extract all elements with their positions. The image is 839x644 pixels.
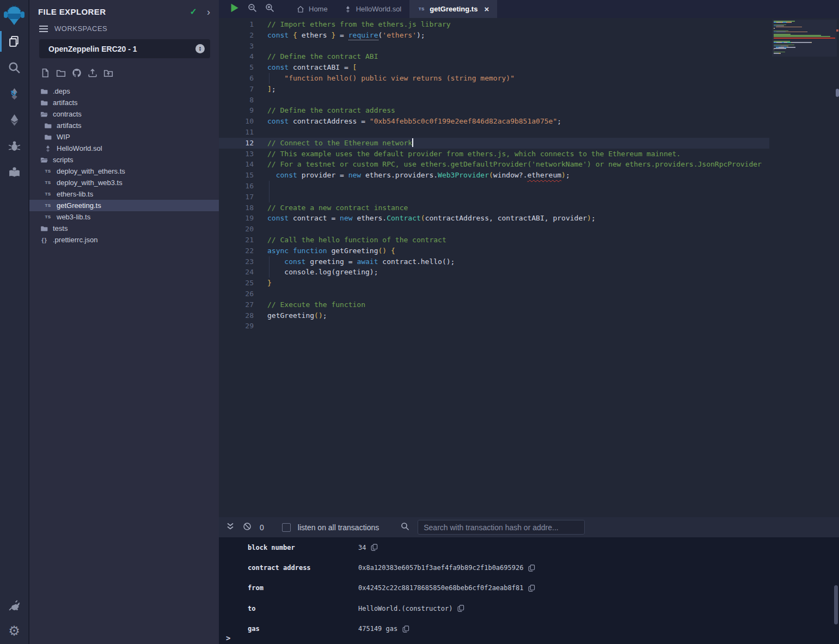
code-line[interactable]: 25} [219, 278, 769, 289]
code-line[interactable]: 1// Import ethers from the ethers.js lib… [219, 19, 769, 30]
copy-icon[interactable] [371, 544, 378, 551]
file-row[interactable]: HelloWorld.sol [29, 143, 219, 154]
run-script-button[interactable] [229, 3, 240, 15]
code-line[interactable]: 13// This example uses the default provi… [219, 149, 769, 160]
file-row[interactable]: .deps [29, 85, 219, 97]
code-line[interactable]: 7]; [219, 84, 769, 95]
workspace-stepper-icon[interactable]: ▲▼ [195, 44, 205, 53]
solidity-compiler-icon[interactable]: ↻ [0, 81, 29, 107]
folder-icon [40, 88, 48, 95]
file-name: tests [53, 224, 68, 232]
terminal-prompt[interactable]: > [226, 634, 230, 642]
file-row[interactable]: TSdeploy_with_web3.ts [29, 177, 219, 188]
new-file-icon[interactable] [40, 68, 50, 80]
code-line[interactable]: 20 [219, 224, 769, 235]
file-row[interactable]: scripts [29, 154, 219, 165]
code-line[interactable]: 11 [219, 127, 769, 138]
line-number: 11 [219, 127, 254, 138]
tab-helloworld-sol[interactable]: HelloWorld.sol [336, 0, 410, 18]
tab-home[interactable]: Home [289, 0, 336, 18]
file-row[interactable]: TSdeploy_with_ethers.ts [29, 165, 219, 177]
workspaces-menu-icon[interactable] [39, 26, 48, 32]
close-tab-icon[interactable]: × [484, 4, 489, 14]
copy-icon[interactable] [402, 625, 409, 633]
code-line[interactable]: 10const contractAddress = "0xb54febb5c0c… [219, 116, 769, 127]
code-line[interactable]: 14// For a testnet or custom RPC, use et… [219, 159, 769, 170]
code-line[interactable]: 19const contract = new ethers.Contract(c… [219, 213, 769, 224]
plug-icon[interactable] [0, 592, 29, 618]
file-row[interactable]: TSethers-lib.ts [29, 188, 219, 200]
clear-console-icon[interactable] [243, 522, 252, 533]
listen-transactions-label[interactable]: listen on all transactions [298, 523, 379, 532]
code-line[interactable]: 26 [219, 289, 769, 299]
new-folder-icon[interactable] [56, 68, 66, 80]
file-explorer-icon[interactable] [0, 28, 29, 54]
accept-check-icon[interactable]: ✓ [190, 7, 197, 17]
editor-scrollbar-thumb[interactable] [836, 89, 839, 97]
github-icon[interactable] [72, 68, 82, 80]
code-line[interactable]: 5const contractABI = [ [219, 62, 769, 73]
upload-folder-icon[interactable] [103, 68, 113, 80]
terminal-toolbar: 0 listen on all transactions [219, 517, 839, 537]
file-name: HelloWorld.sol [57, 144, 102, 152]
code-text: const contractAddress = "0xb54febb5c0c0f… [254, 116, 561, 127]
collapse-terminal-icon[interactable] [226, 522, 235, 533]
code-line[interactable]: 23 const greeting = await contract.hello… [219, 256, 769, 267]
file-row[interactable]: TSgetGreeting.ts [29, 200, 219, 211]
minimap[interactable] [772, 20, 837, 57]
book-icon[interactable] [0, 159, 29, 185]
terminal-scrollbar-thumb[interactable] [834, 585, 838, 624]
code-text: ]; [254, 84, 276, 95]
listen-transactions-checkbox[interactable] [282, 523, 291, 532]
code-line[interactable]: 9// Define the contract address [219, 105, 769, 116]
file-row[interactable]: artifacts [29, 97, 219, 108]
code-line[interactable]: 15 const provider = new ethers.providers… [219, 170, 769, 181]
code-line[interactable]: 8 [219, 95, 769, 106]
detail-label: contract address [248, 564, 358, 572]
workspace-select[interactable]: OpenZeppelin ERC20 - 1 ▲▼ [39, 39, 210, 58]
file-row[interactable]: contracts [29, 108, 219, 120]
chevron-right-icon[interactable]: › [207, 7, 210, 17]
code-line[interactable]: 2const { ethers } = require('ethers'); [219, 30, 769, 41]
upload-file-icon[interactable] [88, 68, 97, 80]
copy-icon[interactable] [528, 565, 535, 572]
file-explorer-panel: FILE EXPLORER ✓ › WORKSPACES OpenZeppeli… [29, 0, 219, 644]
zoom-out-icon[interactable] [248, 3, 257, 15]
copy-icon[interactable] [457, 605, 464, 612]
code-line[interactable]: 12// Connect to the Ethereum network [219, 138, 769, 149]
file-row[interactable]: WIP [29, 131, 219, 143]
zoom-in-icon[interactable] [265, 3, 274, 15]
code-line[interactable]: 6 "function hello() public view returns … [219, 73, 769, 84]
line-number: 16 [219, 181, 254, 192]
code-line[interactable]: 17 [219, 192, 769, 203]
code-text: async function getGreeting() { [254, 246, 395, 256]
search-icon[interactable] [0, 54, 29, 81]
code-line[interactable]: 18// Create a new contract instance [219, 203, 769, 213]
file-name: contracts [53, 110, 82, 118]
file-row[interactable]: TSweb3-lib.ts [29, 211, 219, 223]
line-number: 3 [219, 41, 254, 52]
code-line[interactable]: 22async function getGreeting() { [219, 246, 769, 256]
code-line[interactable]: 16 [219, 181, 769, 192]
code-editor[interactable]: 1// Import ethers from the ethers.js lib… [219, 18, 769, 517]
terminal-search-input[interactable] [418, 520, 585, 535]
code-line[interactable]: 21// Call the hello function of the cont… [219, 235, 769, 246]
deploy-run-icon[interactable] [0, 107, 29, 133]
copy-icon[interactable] [528, 585, 535, 592]
code-line[interactable]: 28getGreeting(); [219, 310, 769, 321]
code-line[interactable]: 3 [219, 41, 769, 52]
code-text: const { ethers } = require('ethers'); [254, 30, 425, 41]
settings-icon[interactable]: ⚙ [0, 618, 29, 644]
file-name: artifacts [57, 121, 82, 130]
code-line[interactable]: 27// Execute the function [219, 299, 769, 310]
file-name: deploy_with_web3.ts [57, 179, 123, 187]
file-row[interactable]: tests [29, 223, 219, 234]
remix-logo-icon[interactable] [2, 3, 26, 28]
file-row[interactable]: { }.prettierrc.json [29, 234, 219, 246]
file-row[interactable]: artifacts [29, 120, 219, 131]
code-line[interactable]: 24 console.log(greeting); [219, 267, 769, 278]
debugger-icon[interactable] [0, 133, 29, 159]
code-line[interactable]: 29 [219, 321, 769, 332]
tab-getgreeting-ts[interactable]: TSgetGreeting.ts× [409, 0, 497, 18]
code-line[interactable]: 4// Define the contract ABI [219, 51, 769, 62]
